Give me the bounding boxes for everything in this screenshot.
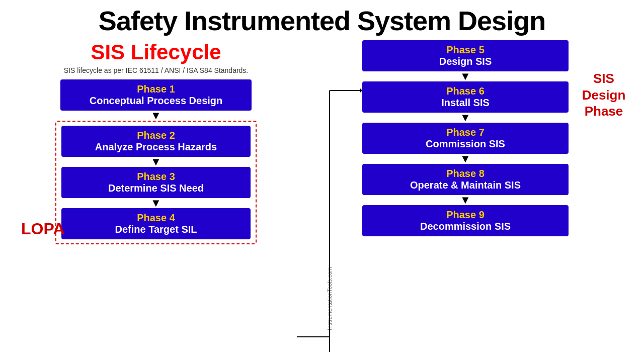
phase2-num: Phase 2 xyxy=(66,130,246,141)
center-connector: InstrumentationTools.com xyxy=(297,40,362,362)
sis-line2: Design xyxy=(582,87,626,103)
phase8-box: Phase 8 Operate & Maintain SIS xyxy=(362,164,569,195)
phase8-num: Phase 8 xyxy=(367,168,564,179)
right-phases: Phase 5 Design SIS ▼ Phase 6 Install SIS… xyxy=(362,40,569,236)
arrow5: ▼ xyxy=(362,71,569,81)
arrow6: ▼ xyxy=(362,113,569,123)
arrow1: ▼ xyxy=(15,111,297,121)
sis-line3: Phase xyxy=(585,104,623,119)
phase4-name: Define Target SIL xyxy=(66,224,246,235)
lopa-container: LOPA Phase 2 Analyze Process Hazards ▼ P… xyxy=(55,121,257,244)
right-column: SIS Design Phase Phase 5 Design SIS ▼ Ph… xyxy=(362,40,634,362)
phase4-box: Phase 4 Define Target SIL xyxy=(61,208,251,239)
phase1-name: Conceptual Process Design xyxy=(65,95,247,107)
phase9-name: Decommission SIS xyxy=(367,221,564,232)
phase7-name: Commission SIS xyxy=(367,138,564,150)
phase2-name: Analyze Process Hazards xyxy=(66,141,246,153)
arrow2: ▼ xyxy=(61,157,251,167)
arrow8: ▼ xyxy=(362,195,569,205)
phase6-box: Phase 6 Install SIS xyxy=(362,81,569,113)
phase6-name: Install SIS xyxy=(367,97,564,109)
phase3-name: Determine SIS Need xyxy=(66,183,246,194)
phase7-box: Phase 7 Commission SIS xyxy=(362,123,569,154)
arrow3: ▼ xyxy=(61,198,251,208)
phase3-box: Phase 3 Determine SIS Need xyxy=(61,167,251,198)
phase1-box: Phase 1 Conceptual Process Design xyxy=(60,79,252,111)
lifecycle-subtitle: SIS lifecycle as per IEC 61511 / ANSI / … xyxy=(15,66,297,74)
arrow7: ▼ xyxy=(362,154,569,164)
phase7-num: Phase 7 xyxy=(367,127,564,138)
page: Safety Instrumented System Design SIS Li… xyxy=(0,0,644,362)
phase9-num: Phase 9 xyxy=(367,209,564,221)
lopa-label: LOPA xyxy=(21,220,65,238)
phase8-name: Operate & Maintain SIS xyxy=(367,179,564,191)
phase5-box: Phase 5 Design SIS xyxy=(362,40,569,71)
phase2-box: Phase 2 Analyze Process Hazards xyxy=(61,126,251,157)
phase4-num: Phase 4 xyxy=(66,212,246,224)
phase5-name: Design SIS xyxy=(367,56,564,67)
phase5-num: Phase 5 xyxy=(367,44,564,56)
sis-design-phase-label: SIS Design Phase xyxy=(574,70,634,120)
left-column: SIS Lifecycle SIS lifecycle as per IEC 6… xyxy=(15,40,297,362)
main-title: Safety Instrumented System Design xyxy=(0,0,644,36)
connector-lines xyxy=(297,40,362,362)
sis-line1: SIS xyxy=(593,71,614,86)
phase9-box: Phase 9 Decommission SIS xyxy=(362,205,569,236)
phase3-num: Phase 3 xyxy=(66,171,246,183)
lifecycle-title: SIS Lifecycle xyxy=(15,40,297,64)
phase6-num: Phase 6 xyxy=(367,85,564,97)
phase1-num: Phase 1 xyxy=(65,83,247,95)
